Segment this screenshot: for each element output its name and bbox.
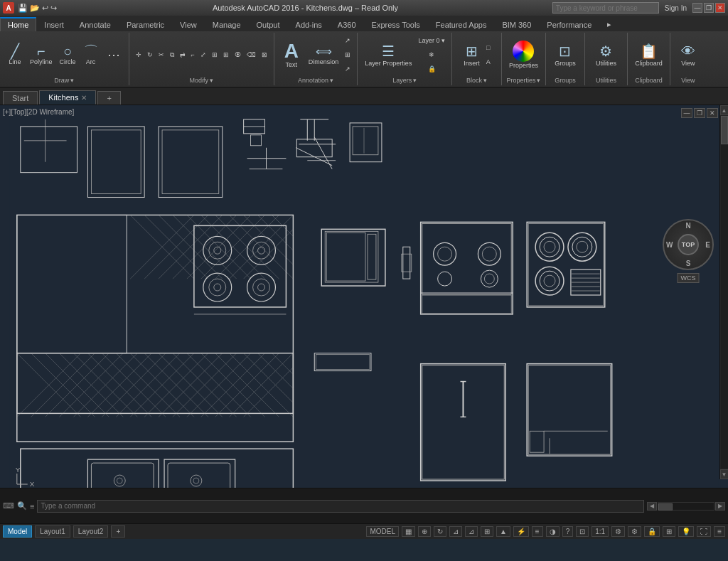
- dimension-btn[interactable]: ⟺ Dimension: [306, 43, 342, 67]
- model-tab[interactable]: Model: [3, 525, 32, 538]
- create-block-btn[interactable]: □: [484, 41, 493, 54]
- compass-circle[interactable]: N S E W TOP: [663, 219, 714, 270]
- tab-view[interactable]: View: [172, 18, 205, 31]
- stretch-btn[interactable]: ⤢: [198, 48, 208, 61]
- more-draw-btn[interactable]: ⋯: [103, 46, 124, 64]
- scale-btn[interactable]: ⊞: [210, 48, 220, 61]
- cmd-icon-2[interactable]: 🔍: [17, 501, 27, 511]
- osnap-btn[interactable]: ⊿: [465, 526, 478, 537]
- layer-lock-btn[interactable]: 🔒: [416, 63, 447, 75]
- arc-btn[interactable]: ⌒ Arc: [80, 43, 102, 67]
- layers-expand-icon[interactable]: ▾: [413, 77, 417, 84]
- draw-expand-icon[interactable]: ▾: [70, 77, 74, 84]
- layout1-tab[interactable]: Layout1: [35, 525, 70, 538]
- search-input[interactable]: [552, 2, 659, 14]
- scroll-up-btn[interactable]: ▲: [720, 105, 729, 115]
- transparency-btn[interactable]: ◑: [546, 526, 560, 537]
- scroll-left-btn[interactable]: ◀: [647, 502, 657, 511]
- tab-bim360[interactable]: BIM 360: [494, 18, 539, 31]
- lineweight-btn[interactable]: ≡: [532, 526, 543, 537]
- copy-btn[interactable]: ⧉: [168, 48, 176, 61]
- tab-home[interactable]: Home: [0, 17, 36, 31]
- scroll-right-btn[interactable]: ▶: [715, 502, 725, 511]
- sign-in-btn[interactable]: Sign In: [660, 4, 691, 12]
- modify-expand-icon[interactable]: ▾: [210, 77, 213, 84]
- otrack-btn[interactable]: ⊞: [481, 526, 493, 537]
- dynmode-btn[interactable]: ⚡: [513, 526, 529, 537]
- viewport-close-btn[interactable]: ✕: [707, 108, 718, 118]
- trim-btn[interactable]: ✂: [156, 48, 166, 61]
- tab-parametric[interactable]: Parametric: [119, 18, 172, 31]
- lock-btn[interactable]: 🔒: [644, 526, 660, 537]
- viewport-restore-btn[interactable]: ❐: [694, 108, 705, 118]
- close-btn[interactable]: ✕: [715, 3, 725, 13]
- quick-access-btn[interactable]: 💾 📂 ↩ ↪: [16, 3, 58, 13]
- block-expand-icon[interactable]: ▾: [483, 77, 487, 84]
- new-doc-btn[interactable]: +: [97, 91, 120, 105]
- minimize-btn[interactable]: —: [692, 3, 702, 13]
- properties-btn[interactable]: Properties: [506, 39, 541, 70]
- erase-btn[interactable]: ⌫: [245, 48, 258, 61]
- multileader-btn[interactable]: ↗: [343, 63, 353, 75]
- doc-tab-start[interactable]: Start: [3, 91, 38, 105]
- leader-btn[interactable]: ↗: [343, 34, 353, 47]
- ducs-btn[interactable]: ▲: [496, 526, 510, 537]
- polyline-btn[interactable]: ⌐ Polyline: [27, 43, 55, 67]
- move-btn[interactable]: ✛: [134, 48, 144, 61]
- clipboard-btn[interactable]: 📋 Clipboard: [632, 41, 665, 68]
- doc-tab-kitchens[interactable]: Kitchens ✕: [39, 90, 96, 105]
- text-btn[interactable]: A Text: [279, 40, 304, 70]
- polar-btn[interactable]: ⊿: [449, 526, 462, 537]
- cmd-icon-3[interactable]: ≡: [30, 502, 34, 511]
- layer-properties-btn[interactable]: ☰ Layer Properties: [362, 41, 414, 68]
- fullscreen-btn[interactable]: ⛶: [697, 526, 711, 537]
- tab-insert[interactable]: Insert: [36, 18, 72, 31]
- workspace-btn[interactable]: ⚙: [628, 526, 641, 537]
- tab-more[interactable]: ▸: [599, 17, 619, 31]
- grid-btn[interactable]: ▦: [402, 526, 415, 537]
- rotate-btn[interactable]: ↻: [145, 48, 155, 61]
- fillet-btn[interactable]: ⌐: [189, 48, 197, 61]
- table-btn[interactable]: ⊞: [343, 48, 353, 61]
- isolate-btn[interactable]: 💡: [678, 526, 694, 537]
- explode-btn[interactable]: ⊠: [259, 48, 269, 61]
- layer-freeze-btn[interactable]: ❄: [416, 48, 447, 61]
- command-input[interactable]: [37, 500, 644, 513]
- tab-a360[interactable]: A360: [330, 18, 364, 31]
- annotation-scale-btn[interactable]: ⚙: [611, 526, 625, 537]
- hardware-accel-btn[interactable]: ⊞: [663, 526, 675, 537]
- tab-manage[interactable]: Manage: [205, 18, 249, 31]
- tab-output[interactable]: Output: [249, 18, 288, 31]
- customize-btn[interactable]: ≡: [714, 526, 725, 537]
- snap-btn[interactable]: ⊕: [418, 526, 431, 537]
- tab-express[interactable]: Express Tools: [364, 18, 428, 31]
- tab-addins[interactable]: Add-ins: [288, 18, 330, 31]
- annotation-expand-icon[interactable]: ▾: [330, 77, 333, 84]
- scale-btn[interactable]: 1:1: [592, 526, 609, 537]
- wcs-label[interactable]: WCS: [678, 273, 700, 283]
- new-layout-btn[interactable]: +: [111, 525, 125, 538]
- insert-btn[interactable]: ⊞ Insert: [461, 41, 483, 68]
- line-btn[interactable]: ╱ Line: [4, 43, 26, 67]
- scroll-down-btn[interactable]: ▼: [720, 469, 729, 479]
- mirror-btn[interactable]: ⇄: [178, 48, 188, 61]
- selection-btn[interactable]: ⊡: [576, 526, 589, 537]
- scroll-thumb[interactable]: [721, 116, 728, 144]
- qp-btn[interactable]: ?: [562, 526, 574, 537]
- viewport-minimize-btn[interactable]: —: [681, 108, 692, 118]
- hscroll-track[interactable]: [658, 502, 714, 511]
- tab-featured[interactable]: Featured Apps: [428, 18, 495, 31]
- vertical-scrollbar[interactable]: ▲ ▼: [719, 105, 728, 479]
- layer-dropdown[interactable]: Layer 0 ▾: [416, 34, 447, 47]
- utilities-btn[interactable]: ⚙ Utilities: [593, 41, 619, 68]
- scroll-track[interactable]: [721, 116, 728, 469]
- cmd-icon-1[interactable]: ⌨: [3, 501, 14, 511]
- model-space-btn[interactable]: MODEL: [366, 526, 399, 537]
- hscroll-thumb[interactable]: [658, 503, 673, 511]
- tab-annotate[interactable]: Annotate: [72, 18, 119, 31]
- layout2-tab[interactable]: Layout2: [73, 525, 109, 538]
- properties-expand-icon[interactable]: ▾: [537, 77, 540, 84]
- restore-btn[interactable]: ❐: [704, 3, 714, 13]
- offset-btn[interactable]: ⦿: [232, 48, 243, 61]
- tab-performance[interactable]: Performance: [539, 18, 599, 31]
